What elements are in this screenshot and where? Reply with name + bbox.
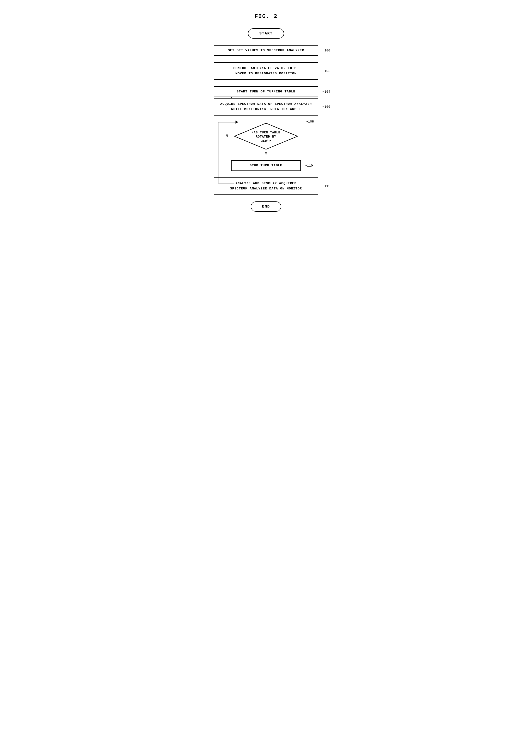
step-100-container: SET SET VALUES TO SPECTRUM ANALYZER 100	[214, 45, 318, 56]
step-102-label: 102	[324, 69, 330, 73]
step-112-container: ANALYZE AND DISPLAY ACQUIREDSPECTRUM ANA…	[214, 177, 318, 195]
page: FIG. 2 START SET SET VALUES TO SPECTRUM …	[190, 4, 342, 220]
figure-title: FIG. 2	[194, 13, 338, 20]
connector-3	[266, 80, 266, 86]
svg-marker-0	[234, 123, 298, 149]
start-terminal: START	[248, 28, 284, 39]
y-label: Y	[265, 152, 267, 156]
step-100-box: SET SET VALUES TO SPECTRUM ANALYZER	[214, 45, 318, 56]
connector-7	[266, 195, 266, 202]
connector-1	[266, 39, 266, 45]
step-106-label: ~106	[322, 105, 330, 109]
step-110-box: STOP TURN TABLE	[231, 160, 301, 171]
step-104-container: START TURN OF TURNING TABLE ~104	[214, 86, 318, 97]
step-112-label: ~112	[322, 184, 330, 188]
step-104-label: ~104	[322, 90, 330, 94]
connector-2	[266, 56, 266, 62]
connector-4	[266, 116, 266, 122]
step-106-container: ACQUIRE SPECTRUM DATA OF SPECTRUM ANALYZ…	[214, 98, 318, 116]
connector-6	[266, 171, 266, 177]
step-108-label: ~108	[306, 120, 314, 123]
diamond-svg	[233, 122, 299, 150]
flowchart: START SET SET VALUES TO SPECTRUM ANALYZE…	[194, 28, 338, 212]
diamond-container: HAS TURN TABLEROTATED BY 360°? ~108 N	[233, 122, 299, 151]
step-110-label: ~110	[305, 164, 313, 167]
step-102-container: CONTROL ANTENNA ELEVATOR TO BEMOVED TO D…	[214, 62, 318, 80]
step-110-container: STOP TURN TABLE ~110	[231, 160, 301, 171]
connector-5	[266, 156, 266, 160]
step-100-label: 100	[324, 49, 330, 52]
end-terminal: END	[251, 202, 282, 212]
step-104-box: START TURN OF TURNING TABLE	[214, 86, 318, 97]
step-112-box: ANALYZE AND DISPLAY ACQUIREDSPECTRUM ANA…	[214, 177, 318, 195]
step-106-box: ACQUIRE SPECTRUM DATA OF SPECTRUM ANALYZ…	[214, 98, 318, 116]
step-102-box: CONTROL ANTENNA ELEVATOR TO BEMOVED TO D…	[214, 62, 318, 80]
n-label: N	[226, 134, 228, 138]
step-108-area: HAS TURN TABLEROTATED BY 360°? ~108 N	[205, 122, 327, 151]
